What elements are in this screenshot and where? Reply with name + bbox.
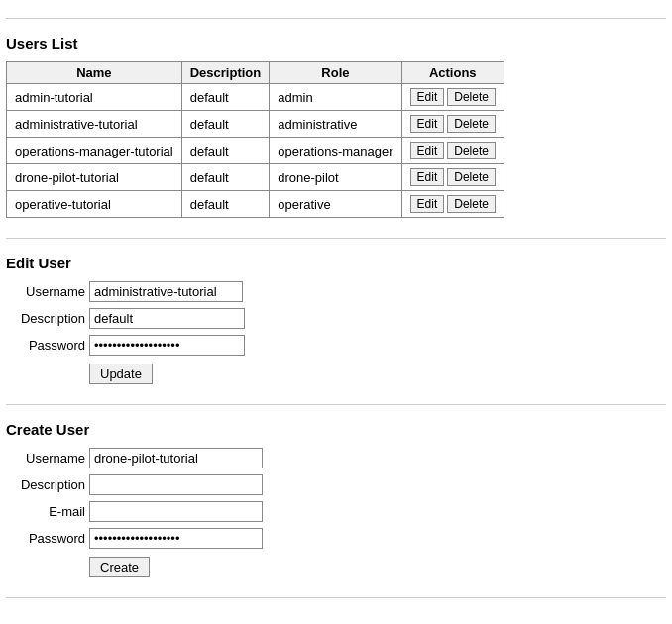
table-cell-description: default	[181, 191, 270, 218]
table-cell-role: operative	[270, 191, 401, 218]
create-email-label: E-mail	[6, 504, 85, 519]
table-cell-name: operations-manager-tutorial	[7, 138, 182, 164]
edit-username-input[interactable]	[89, 281, 243, 302]
create-username-label: Username	[6, 451, 85, 466]
table-cell-name: admin-tutorial	[7, 84, 182, 111]
edit-password-row: Password	[6, 335, 666, 356]
col-header-role: Role	[270, 62, 401, 84]
table-cell-actions: EditDelete	[401, 84, 504, 111]
table-cell-name: drone-pilot-tutorial	[7, 164, 182, 191]
create-username-row: Username	[6, 448, 666, 468]
edit-password-label: Password	[6, 338, 85, 353]
edit-description-label: Description	[6, 311, 85, 326]
col-header-name: Name	[7, 62, 182, 84]
table-cell-name: administrative-tutorial	[7, 111, 182, 138]
table-cell-role: drone-pilot	[270, 164, 401, 191]
table-cell-actions: EditDelete	[401, 164, 504, 191]
edit-row-button[interactable]: Edit	[410, 115, 445, 133]
table-cell-description: default	[181, 138, 270, 164]
table-cell-role: administrative	[270, 111, 401, 138]
create-description-input[interactable]	[89, 474, 263, 495]
table-cell-actions: EditDelete	[401, 191, 504, 218]
create-description-row: Description	[6, 474, 666, 495]
col-header-description: Description	[181, 62, 270, 84]
table-row: drone-pilot-tutorialdefaultdrone-pilotEd…	[7, 164, 504, 191]
edit-row-button[interactable]: Edit	[410, 88, 445, 106]
table-cell-description: default	[181, 84, 270, 111]
create-password-input[interactable]	[89, 528, 263, 549]
col-header-actions: Actions	[401, 62, 504, 84]
table-cell-description: default	[181, 164, 270, 191]
edit-row-button[interactable]: Edit	[410, 168, 445, 186]
edit-username-label: Username	[6, 284, 85, 299]
table-row: administrative-tutorialdefaultadministra…	[7, 111, 504, 138]
table-cell-name: operative-tutorial	[7, 191, 182, 218]
edit-user-title: Edit User	[6, 255, 666, 271]
table-cell-role: operations-manager	[270, 138, 401, 164]
create-user-title: Create User	[6, 421, 666, 438]
edit-row-button[interactable]: Edit	[410, 195, 445, 213]
table-cell-actions: EditDelete	[401, 111, 504, 138]
create-email-row: E-mail	[6, 501, 666, 522]
edit-description-input[interactable]	[89, 308, 245, 329]
table-row: operations-manager-tutorialdefaultoperat…	[7, 138, 504, 164]
delete-row-button[interactable]: Delete	[447, 168, 496, 186]
create-username-input[interactable]	[89, 448, 263, 468]
delete-row-button[interactable]: Delete	[447, 142, 496, 159]
table-cell-description: default	[181, 111, 270, 138]
table-cell-role: admin	[270, 84, 401, 111]
page-wrapper: Users List Name Description Role Actions…	[0, 0, 672, 616]
create-email-input[interactable]	[89, 501, 263, 522]
edit-username-row: Username	[6, 281, 666, 302]
update-button[interactable]: Update	[89, 364, 153, 384]
edit-user-section: Edit User Username Description Password …	[6, 249, 666, 394]
delete-row-button[interactable]: Delete	[447, 195, 496, 213]
delete-row-button[interactable]: Delete	[447, 88, 496, 106]
delete-row-button[interactable]: Delete	[447, 115, 496, 133]
create-button[interactable]: Create	[89, 557, 150, 577]
table-cell-actions: EditDelete	[401, 138, 504, 164]
edit-password-input[interactable]	[89, 335, 245, 356]
table-row: admin-tutorialdefaultadminEditDelete	[7, 84, 504, 111]
create-user-section: Create User Username Description E-mail …	[6, 415, 666, 587]
create-password-label: Password	[6, 531, 85, 546]
users-list-section: Users List Name Description Role Actions…	[6, 29, 666, 228]
table-row: operative-tutorialdefaultoperativeEditDe…	[7, 191, 504, 218]
users-list-title: Users List	[6, 35, 666, 52]
edit-description-row: Description	[6, 308, 666, 329]
users-table: Name Description Role Actions admin-tuto…	[6, 61, 504, 218]
create-description-label: Description	[6, 477, 85, 492]
create-password-row: Password	[6, 528, 666, 549]
edit-row-button[interactable]: Edit	[410, 142, 445, 159]
